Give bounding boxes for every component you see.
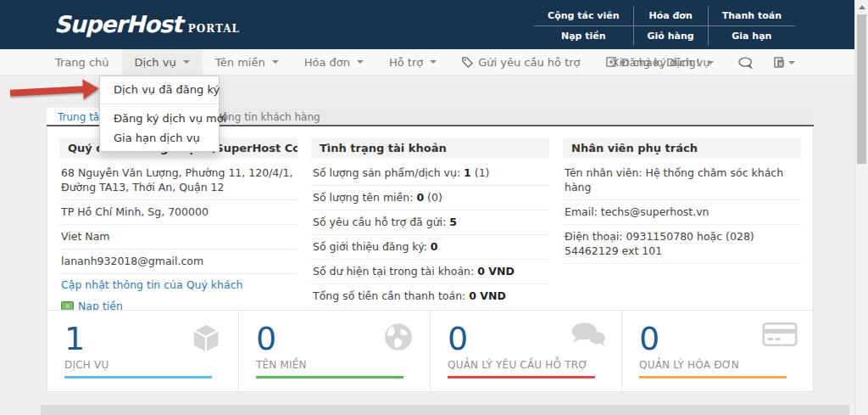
stat-services[interactable]: 1 DỊCH VỤ — [47, 311, 239, 391]
superhost-logo[interactable]: SuperHostPORTAL — [54, 11, 240, 37]
scroll-up-arrow-icon — [859, 5, 865, 9]
stat-tickets-label: QUẢN LÝ YÊU CẦU HỖ TRỢ — [448, 359, 604, 371]
customer-city: TP Hồ Chí Minh, Sg, 700000 — [59, 200, 298, 225]
stat-invoices-label: QUẢN LÝ HÓA ĐƠN — [639, 359, 796, 371]
next-section-header-strip — [41, 405, 849, 415]
red-annotation-arrow — [9, 78, 100, 104]
globe-icon — [382, 321, 415, 353]
top-menu-row: Cộng tác viên Hóa đơn Thanh toán — [534, 6, 795, 26]
stat-invoices[interactable]: 0 QUẢN LÝ HÓA ĐƠN — [622, 311, 813, 391]
top-menu-payment[interactable]: Thanh toán — [708, 6, 795, 26]
dropdown-item-registered-services[interactable]: Dịch vụ đã đăng ký — [100, 80, 219, 99]
nav-services[interactable]: Dịch vụ — [122, 49, 203, 75]
stat-services-underline — [64, 376, 212, 379]
account-row-tickets: Số yêu cầu hỗ trợ đã gửi: 5 — [311, 210, 549, 235]
customer-column: Quý danh: Dũng Phạm (SuperHost Co.,Ltd) … — [59, 137, 298, 317]
account-status-header: Tình trạng tài khoản — [311, 137, 549, 159]
staff-column: Nhân viên phụ trách Tên nhân viên: Hệ th… — [563, 137, 801, 317]
nav-support[interactable]: Hỗ trợ — [376, 49, 449, 75]
account-row-products: Số lượng sản phẩm/dịch vụ: 1 (1) — [311, 161, 549, 186]
staff-email: Email: techs@superhost.vn — [563, 200, 801, 225]
chevron-down-icon — [430, 60, 437, 64]
account-row-referrals: Số giới thiệu đăng ký: 0 — [311, 235, 549, 260]
top-menu-cart[interactable]: Giỏ hàng — [633, 26, 708, 47]
stat-tickets-underline — [448, 376, 595, 379]
top-menu-renew[interactable]: Gia hạn — [708, 26, 795, 47]
row-label: Số dư hiện tại trong tài khoản: — [313, 265, 474, 278]
account-row-domains: Số lượng tên miền: 0 (0) — [311, 186, 549, 210]
main-navbar: Trang chủ Dịch vụ Tên miền Hóa đơn Hỗ tr… — [0, 49, 854, 76]
chevron-down-icon — [788, 61, 795, 64]
row-value: 0 — [416, 191, 424, 204]
nav-invoices-label: Hóa đơn — [304, 56, 350, 69]
logo-brand-text: SuperHost — [54, 11, 182, 37]
row-value: 0 — [431, 240, 438, 253]
logo-suffix-text: PORTAL — [188, 23, 240, 35]
account-status-column: Tình trạng tài khoản Số lượng sản phẩm/d… — [311, 137, 549, 317]
language-selector[interactable] — [765, 49, 804, 76]
chevron-down-icon — [707, 61, 714, 64]
nav-domains[interactable]: Tên miền — [203, 49, 292, 75]
row-label: Số lượng sản phẩm/dịch vụ: — [313, 166, 460, 179]
update-info-link[interactable]: Cập nhật thông tin của Quý khách — [61, 278, 242, 291]
user-greeting-label: Xin chào, Dũng! — [612, 56, 700, 69]
row-label: Số lượng tên miền: — [313, 191, 413, 204]
top-menu-row: Nạp tiền Giỏ hàng Gia hạn — [534, 26, 795, 47]
nav-services-label: Dịch vụ — [135, 56, 176, 69]
row-value: 0 VND — [469, 289, 506, 302]
stat-domains-underline — [256, 376, 403, 379]
stats-row: 1 DỊCH VỤ 0 TÊN MIỀN 0 QUẢN LÝ YÊU CẦU H… — [47, 310, 814, 392]
customer-email: lananh932018@gmail.com — [59, 250, 298, 274]
top-header-bar: SuperHostPORTAL Cộng tác viên Hóa đơn Th… — [0, 0, 854, 49]
chat-icon[interactable] — [730, 49, 762, 76]
dropdown-item-renew-service[interactable]: Gia hạn dịch vụ — [100, 128, 219, 148]
chat-bubbles-icon — [570, 321, 606, 350]
chevron-down-icon — [272, 60, 279, 64]
stat-domains-label: TÊN MIỀN — [256, 359, 413, 371]
customer-info-section: Quý danh: Dũng Phạm (SuperHost Co.,Ltd) … — [47, 126, 814, 331]
row-value: 0 VND — [477, 265, 515, 278]
chevron-down-icon — [357, 60, 364, 64]
top-menu-invoices[interactable]: Hóa đơn — [633, 6, 708, 26]
arrow-head — [82, 78, 99, 99]
update-info-row: Cập nhật thông tin của Quý khách — [59, 274, 298, 295]
row-label: Tổng số tiền cần thanh toán: — [313, 289, 465, 302]
row-value: 1 — [464, 166, 471, 179]
scroll-up-button[interactable] — [855, 0, 868, 14]
stat-invoices-underline — [639, 376, 787, 379]
nav-invoices[interactable]: Hóa đơn — [292, 49, 376, 75]
nav-home[interactable]: Trang chủ — [42, 49, 122, 75]
top-menu-topup[interactable]: Nạp tiền — [534, 26, 633, 47]
chevron-down-icon — [183, 60, 190, 64]
top-utility-menu: Cộng tác viên Hóa đơn Thanh toán Nạp tiề… — [534, 6, 795, 46]
dropdown-item-register-new-service[interactable]: Đăng ký dịch vụ mới — [100, 109, 219, 128]
staff-name: Tên nhân viên: Hệ thống chăm sóc khách h… — [563, 161, 801, 200]
user-greeting-menu[interactable]: Xin chào, Dũng! — [599, 56, 726, 69]
nav-send-ticket[interactable]: Gửi yêu cầu hỗ trợ — [449, 49, 593, 75]
top-menu-affiliates[interactable]: Cộng tác viên — [534, 6, 633, 26]
package-cube-icon — [189, 321, 223, 355]
arrow-shaft — [10, 86, 83, 96]
account-row-balance: Số dư hiện tại trong tài khoản: 0 VND — [311, 260, 549, 284]
row-extra: (1) — [475, 166, 490, 179]
stat-domains[interactable]: 0 TÊN MIỀN — [239, 311, 431, 391]
scrollbar-thumb[interactable] — [857, 14, 866, 164]
row-label: Số yêu cầu hỗ trợ đã gửi: — [313, 216, 446, 228]
vertical-scrollbar[interactable] — [854, 0, 868, 415]
staff-phone: Điện thoại: 0931150780 hoặc (028) 544621… — [563, 225, 801, 264]
customer-address: 68 Nguyễn Văn Lượng, Phường 11, 120/4/1,… — [59, 161, 298, 200]
tag-icon — [462, 57, 473, 68]
row-label: Số giới thiệu đăng ký: — [313, 240, 427, 253]
navbar-right-group: Xin chào, Dũng! — [599, 49, 804, 76]
row-extra: (0) — [427, 191, 442, 204]
nav-domains-label: Tên miền — [215, 56, 265, 69]
nav-send-ticket-label: Gửi yêu cầu hỗ trợ — [478, 56, 580, 69]
staff-header: Nhân viên phụ trách — [563, 137, 801, 159]
dropdown-divider — [100, 104, 219, 104]
nav-home-label: Trang chủ — [55, 56, 109, 69]
credit-card-icon — [762, 321, 798, 348]
nav-support-label: Hỗ trợ — [389, 56, 423, 69]
stat-services-label: DỊCH VỤ — [64, 359, 221, 371]
stat-support-tickets[interactable]: 0 QUẢN LÝ YÊU CẦU HỖ TRỢ — [431, 311, 622, 391]
row-value: 5 — [449, 216, 457, 228]
